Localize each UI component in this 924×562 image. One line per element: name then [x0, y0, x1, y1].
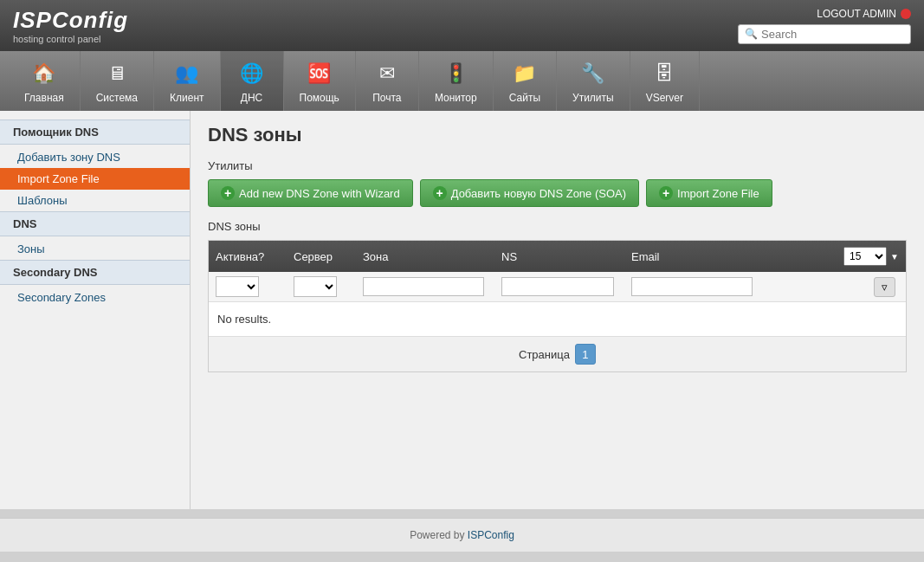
filter-server-col: [287, 276, 356, 297]
logo-area: ISPConfig hosting control panel: [13, 7, 128, 44]
logout-area[interactable]: LOGOUT ADMIN: [817, 8, 911, 20]
table-header-row: Активна? Сервер Зона NS Email 15 25 50 1…: [209, 241, 906, 272]
filter-ns-input[interactable]: [501, 277, 614, 296]
header: ISPConfig hosting control panel LOGOUT A…: [0, 0, 924, 51]
nav-label-dns: ДНС: [241, 92, 262, 104]
filter-email-input[interactable]: [631, 277, 753, 296]
filter-server-select[interactable]: [294, 276, 337, 297]
filter-zone-input[interactable]: [363, 277, 484, 296]
nav-label-home: Главная: [24, 92, 64, 104]
filter-button[interactable]: ▿: [874, 277, 895, 297]
nav-label-monitor: Монитор: [435, 92, 477, 104]
footer: Powered by ISPConfig: [0, 518, 924, 552]
nav-item-vserver[interactable]: 🗄 VServer: [630, 51, 700, 111]
sites-nav-icon: 📁: [509, 58, 540, 89]
btn-wizard[interactable]: +Add new DNS Zone with Wizard: [208, 179, 413, 207]
search-input[interactable]: [761, 28, 904, 41]
nav-item-mail[interactable]: ✉ Почта: [356, 51, 419, 111]
navbar: 🏠 Главная 🖥 Система 👥 Клиент 🌐 ДНС 🆘 Пом…: [0, 51, 924, 111]
col-header-active: Активна?: [209, 250, 287, 263]
dns-table: Активна? Сервер Зона NS Email 15 25 50 1…: [208, 240, 907, 372]
client-nav-icon: 👥: [171, 58, 203, 89]
search-box: 🔍: [738, 24, 911, 44]
nav-item-sites[interactable]: 📁 Сайты: [494, 51, 557, 111]
tools-nav-icon: 🔧: [578, 58, 609, 89]
help-nav-icon: 🆘: [304, 58, 335, 89]
plus-icon-wizard: +: [221, 186, 235, 200]
btn-import[interactable]: +Import Zone File: [646, 179, 772, 207]
per-page-select[interactable]: 15 25 50 100: [843, 247, 887, 266]
main-layout: Помощник DNSДобавить зону DNSImport Zone…: [0, 111, 924, 509]
pagination-label: Страница: [519, 348, 570, 361]
home-nav-icon: 🏠: [29, 58, 60, 89]
dns-section-title: DNS зоны: [208, 220, 907, 233]
filter-submit-col: ▿: [870, 277, 906, 297]
vserver-nav-icon: 🗄: [649, 58, 680, 89]
no-results: No results.: [209, 302, 906, 337]
nav-item-tools[interactable]: 🔧 Утилиты: [557, 51, 630, 111]
nav-item-monitor[interactable]: 🚦 Монитор: [419, 51, 494, 111]
logout-icon: [901, 9, 911, 19]
toolbar-label: Утилиты: [208, 159, 907, 172]
page-title: DNS зоны: [208, 124, 907, 146]
col-per-page: 15 25 50 100 ▼: [837, 247, 906, 266]
chevron-down-icon: ▼: [890, 252, 899, 262]
sidebar-section-secondary-dns: Secondary DNS: [0, 260, 190, 285]
sidebar-item-secondary-zones[interactable]: Secondary Zones: [0, 287, 190, 308]
content-area: DNS зоны Утилиты +Add new DNS Zone with …: [191, 111, 924, 509]
footer-link[interactable]: ISPConfig: [468, 529, 514, 541]
sidebar-item-import-zone-file[interactable]: Import Zone File: [0, 168, 190, 190]
plus-icon-import: +: [659, 186, 673, 200]
logo-title: ISPConfig: [13, 7, 128, 34]
col-header-server: Сервер: [287, 250, 356, 263]
system-nav-icon: 🖥: [101, 58, 132, 89]
nav-label-help: Помощь: [300, 92, 339, 104]
header-right: LOGOUT ADMIN 🔍: [738, 8, 911, 44]
dns-nav-icon: 🌐: [236, 58, 268, 89]
filter-active-col: [209, 276, 287, 297]
plus-icon-soa: +: [433, 186, 447, 200]
sidebar: Помощник DNSДобавить зону DNSImport Zone…: [0, 111, 191, 509]
sidebar-item-шаблоны[interactable]: Шаблоны: [0, 190, 190, 211]
sidebar-item-зоны[interactable]: Зоны: [0, 238, 190, 260]
nav-label-system: Система: [96, 92, 138, 104]
col-header-email: Email: [624, 250, 763, 263]
search-icon: 🔍: [745, 28, 758, 40]
filter-email-col: [624, 277, 763, 296]
table-filter-row: ▿: [209, 272, 906, 302]
sidebar-section-помощник-dns: Помощник DNS: [0, 120, 190, 145]
mail-nav-icon: ✉: [372, 58, 403, 89]
nav-label-vserver: VServer: [646, 92, 683, 104]
col-header-ns: NS: [494, 250, 624, 263]
nav-label-mail: Почта: [372, 92, 401, 104]
filter-ns-col: [494, 277, 624, 296]
monitor-nav-icon: 🚦: [440, 58, 471, 89]
nav-item-help[interactable]: 🆘 Помощь: [284, 51, 356, 111]
sidebar-item-добавить-зону-dns[interactable]: Добавить зону DNS: [0, 146, 190, 168]
nav-label-tools: Утилиты: [572, 92, 614, 104]
logout-text: LOGOUT ADMIN: [817, 8, 896, 20]
nav-item-home[interactable]: 🏠 Главная: [9, 51, 81, 111]
btn-soa[interactable]: +Добавить новую DNS Zone (SOA): [420, 179, 639, 207]
page-1-button[interactable]: 1: [575, 344, 596, 365]
col-header-zone: Зона: [356, 250, 494, 263]
logo-subtitle: hosting control panel: [13, 34, 128, 44]
nav-item-system[interactable]: 🖥 Система: [81, 51, 154, 111]
nav-label-client: Клиент: [170, 92, 204, 104]
sidebar-section-dns: DNS: [0, 211, 190, 236]
nav-item-client[interactable]: 👥 Клиент: [154, 51, 221, 111]
filter-zone-col: [356, 277, 494, 296]
filter-active-select[interactable]: [216, 276, 259, 297]
pagination-row: Страница 1: [209, 337, 906, 371]
footer-text: Powered by: [410, 529, 468, 541]
nav-item-dns[interactable]: 🌐 ДНС: [221, 51, 284, 111]
toolbar-buttons: +Add new DNS Zone with Wizard+Добавить н…: [208, 179, 907, 207]
nav-label-sites: Сайты: [509, 92, 540, 104]
